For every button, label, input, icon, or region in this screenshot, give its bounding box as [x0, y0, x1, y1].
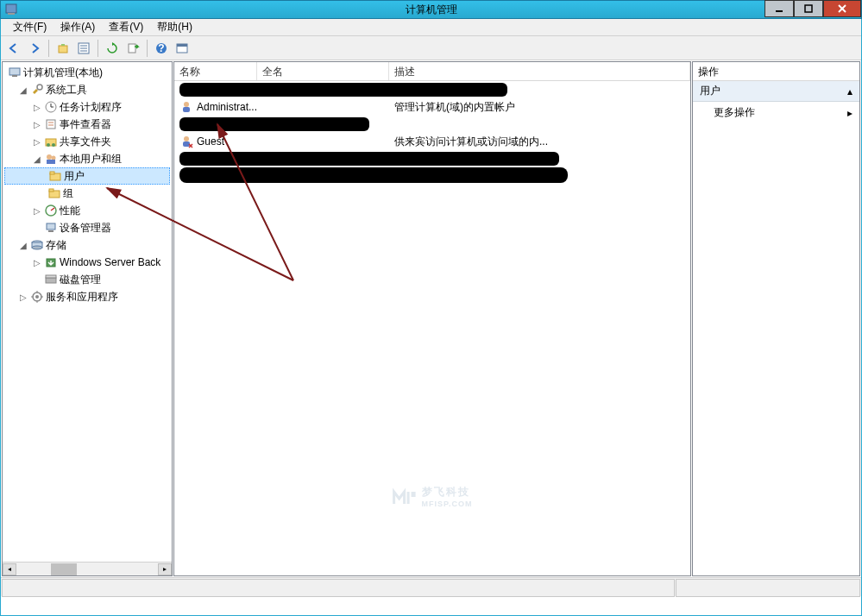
- redacted-row: [179, 83, 507, 97]
- tree-pane: 计算机管理(本地) ◢ 系统工具 ▷ 任务计划程序 ▷ 事件查看器 ▷ 共享文件…: [2, 61, 173, 576]
- svg-rect-34: [49, 189, 53, 192]
- svg-rect-38: [48, 230, 53, 232]
- close-button[interactable]: [823, 0, 861, 17]
- menu-action[interactable]: 操作(A): [53, 18, 102, 36]
- toolbar-separator: [147, 40, 148, 57]
- device-icon: [44, 221, 58, 235]
- tree-root[interactable]: 计算机管理(本地): [4, 64, 170, 81]
- tree-storage[interactable]: ◢ 存储: [4, 236, 170, 254]
- tree-wsb[interactable]: ▷ Windows Server Back: [4, 254, 170, 271]
- expander-closed-icon[interactable]: ▷: [32, 120, 42, 129]
- tree-event-viewer[interactable]: ▷ 事件查看器: [4, 116, 170, 133]
- window-controls: [764, 0, 861, 17]
- backup-icon: [44, 255, 58, 269]
- menu-view[interactable]: 查看(V): [102, 18, 150, 36]
- svg-rect-17: [12, 75, 17, 77]
- cell-name: Administrat...: [197, 101, 257, 113]
- actions-header: 操作: [693, 62, 859, 81]
- user-icon: [179, 100, 193, 114]
- folder-icon: [48, 169, 62, 183]
- tree-system-tools[interactable]: ◢ 系统工具: [4, 81, 170, 98]
- tree-local-users-groups[interactable]: ◢ 本地用户和组: [4, 150, 170, 167]
- tree-label: 设备管理器: [60, 221, 111, 236]
- tree-performance[interactable]: ▷ 性能: [4, 202, 170, 219]
- expander-closed-icon[interactable]: ▷: [32, 206, 42, 216]
- list-pane: 名称 全名 描述 Administrat... 管理计算机(域)的内置帐户 Gu…: [173, 61, 691, 576]
- expander-closed-icon[interactable]: ▷: [18, 292, 28, 302]
- tree-services-apps[interactable]: ▷ 服务和应用程序: [4, 288, 170, 305]
- submenu-arrow-icon: ▸: [847, 107, 853, 119]
- menu-help[interactable]: 帮助(H): [150, 18, 199, 36]
- cell-name: Guest: [197, 135, 224, 148]
- app-icon: [4, 3, 18, 16]
- computer-icon: [8, 66, 22, 79]
- up-button[interactable]: [53, 39, 72, 58]
- column-description[interactable]: 描述: [389, 62, 690, 80]
- user-disabled-icon: [179, 135, 193, 148]
- svg-rect-37: [47, 223, 55, 229]
- frame: 文件(F) 操作(A) 查看(V) 帮助(H) ? 计算机管理(本地) ◢ 系统…: [0, 19, 862, 616]
- redacted-row: [179, 152, 559, 166]
- toolbar-separator: [98, 40, 98, 57]
- tree-shared-folders[interactable]: ▷ 共享文件夹: [4, 133, 170, 150]
- tree-label: Windows Server Back: [60, 256, 160, 268]
- scroll-right-button[interactable]: ▸: [158, 563, 172, 575]
- svg-point-26: [47, 143, 50, 147]
- expander-open-icon[interactable]: ◢: [32, 154, 42, 164]
- tree-label: 计算机管理(本地): [23, 66, 103, 80]
- svg-rect-43: [46, 278, 56, 283]
- tree-groups[interactable]: 组: [4, 185, 170, 202]
- actions-section-label: 用户: [700, 84, 720, 98]
- tree-users[interactable]: 用户: [4, 167, 170, 185]
- svg-point-18: [37, 85, 42, 90]
- menu-file[interactable]: 文件(F): [6, 18, 53, 36]
- minimize-button[interactable]: [764, 0, 794, 17]
- redacted-row: [179, 167, 568, 183]
- toolbar-separator: [48, 40, 49, 57]
- svg-point-41: [32, 246, 42, 249]
- scroll-thumb[interactable]: [51, 563, 77, 575]
- export-button[interactable]: [123, 39, 142, 58]
- forward-button[interactable]: [25, 39, 44, 58]
- titlebar: 计算机管理: [0, 0, 862, 19]
- help-button[interactable]: ?: [152, 39, 171, 58]
- actions-pane: 操作 用户 ▴ 更多操作 ▸: [692, 61, 860, 576]
- svg-point-46: [35, 295, 39, 299]
- svg-rect-15: [177, 44, 187, 47]
- shared-folder-icon: [44, 135, 58, 148]
- svg-rect-56: [412, 492, 416, 497]
- tree-disk-mgmt[interactable]: ▷ 磁盘管理: [4, 271, 170, 288]
- refresh-button[interactable]: [103, 39, 122, 58]
- tree-label: 组: [63, 186, 73, 201]
- column-name[interactable]: 名称: [174, 62, 257, 80]
- horizontal-scrollbar[interactable]: ◂ ▸: [3, 562, 172, 575]
- tree-device-manager[interactable]: ▷ 设备管理器: [4, 219, 170, 236]
- back-button[interactable]: [4, 39, 23, 58]
- services-icon: [30, 290, 44, 304]
- watermark-brand: 梦飞科技: [422, 486, 470, 498]
- show-hide-button[interactable]: [173, 39, 192, 58]
- expander-open-icon[interactable]: ◢: [18, 85, 28, 95]
- list-row[interactable]: Guest 供来宾访问计算机或访问域的内...: [174, 133, 690, 150]
- expander-closed-icon[interactable]: ▷: [32, 258, 42, 267]
- actions-section-users[interactable]: 用户 ▴: [693, 81, 859, 102]
- tree-label: 事件查看器: [60, 117, 111, 132]
- actions-more[interactable]: 更多操作 ▸: [693, 102, 859, 123]
- watermark-url: MFISP.COM: [422, 500, 473, 508]
- expander-open-icon[interactable]: ◢: [18, 241, 28, 250]
- svg-point-27: [52, 143, 55, 147]
- expander-closed-icon[interactable]: ▷: [32, 137, 42, 147]
- tree-task-scheduler[interactable]: ▷ 任务计划程序: [4, 98, 170, 116]
- properties-button[interactable]: [74, 39, 93, 58]
- svg-rect-22: [47, 120, 55, 129]
- scroll-left-button[interactable]: ◂: [3, 563, 16, 575]
- maximize-button[interactable]: [794, 0, 823, 17]
- cell-description: 供来宾访问计算机或访问域的内...: [389, 135, 690, 149]
- column-fullname[interactable]: 全名: [257, 62, 389, 80]
- cell-description: 管理计算机(域)的内置帐户: [389, 100, 690, 115]
- clock-icon: [44, 100, 58, 114]
- expander-closed-icon[interactable]: ▷: [32, 103, 42, 112]
- list-row[interactable]: Administrat... 管理计算机(域)的内置帐户: [174, 98, 690, 116]
- svg-rect-1: [8, 13, 15, 15]
- statusbar: [1, 577, 861, 596]
